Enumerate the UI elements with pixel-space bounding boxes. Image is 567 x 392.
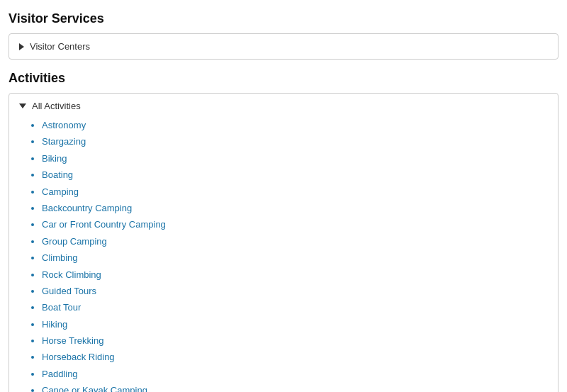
activities-list: AstronomyStargazingBikingBoatingCampingB… bbox=[19, 117, 548, 392]
activity-link[interactable]: Horseback Riding bbox=[42, 352, 115, 362]
activity-link[interactable]: Backcountry Camping bbox=[42, 203, 132, 213]
list-item[interactable]: Horse Trekking bbox=[42, 332, 548, 349]
visitor-centers-label: Visitor Centers bbox=[30, 41, 90, 52]
list-item[interactable]: Climbing bbox=[42, 250, 548, 266]
list-item[interactable]: Canoe or Kayak Camping bbox=[42, 382, 548, 392]
list-item[interactable]: Astronomy bbox=[42, 117, 548, 133]
list-item[interactable]: Guided Tours bbox=[42, 283, 548, 299]
list-item[interactable]: Paddling bbox=[42, 366, 548, 382]
activity-link[interactable]: Climbing bbox=[42, 252, 78, 263]
activity-link[interactable]: Biking bbox=[42, 153, 67, 164]
activities-panel: All Activities AstronomyStargazingBiking… bbox=[9, 93, 558, 392]
all-activities-header[interactable]: All Activities bbox=[19, 101, 548, 111]
list-item[interactable]: Group Camping bbox=[42, 233, 548, 250]
list-item[interactable]: Hiking bbox=[42, 316, 548, 332]
activity-link[interactable]: Boat Tour bbox=[42, 302, 81, 313]
list-item[interactable]: Biking bbox=[42, 150, 548, 167]
activity-link[interactable]: Paddling bbox=[42, 369, 78, 379]
list-item[interactable]: Backcountry Camping bbox=[42, 200, 548, 216]
visitor-services-title: Visitor Services bbox=[9, 11, 558, 26]
activity-link[interactable]: Canoe or Kayak Camping bbox=[42, 385, 147, 392]
list-item[interactable]: Horseback Riding bbox=[42, 349, 548, 365]
list-item[interactable]: Stargazing bbox=[42, 133, 548, 150]
list-item[interactable]: Camping bbox=[42, 184, 548, 200]
list-item[interactable]: Boat Tour bbox=[42, 299, 548, 315]
activity-link[interactable]: Horse Trekking bbox=[42, 335, 103, 346]
list-item[interactable]: Car or Front Country Camping bbox=[42, 216, 548, 233]
visitor-centers-row[interactable]: Visitor Centers bbox=[9, 34, 558, 59]
activity-link[interactable]: Boating bbox=[42, 169, 73, 180]
activity-link[interactable]: Car or Front Country Camping bbox=[42, 219, 166, 230]
all-activities-label: All Activities bbox=[32, 101, 81, 111]
activity-link[interactable]: Hiking bbox=[42, 319, 67, 330]
list-item[interactable]: Rock Climbing bbox=[42, 267, 548, 283]
list-item[interactable]: Boating bbox=[42, 167, 548, 183]
activity-link[interactable]: Guided Tours bbox=[42, 286, 96, 296]
expanded-triangle-icon bbox=[19, 103, 26, 108]
activity-link[interactable]: Rock Climbing bbox=[42, 269, 101, 280]
collapsed-triangle-icon bbox=[19, 43, 24, 50]
activity-link[interactable]: Stargazing bbox=[42, 136, 86, 147]
activity-link[interactable]: Astronomy bbox=[42, 120, 86, 130]
visitor-services-panel: Visitor Centers bbox=[9, 33, 558, 60]
activities-title: Activities bbox=[9, 71, 558, 86]
page-container: Visitor Services Visitor Centers Activit… bbox=[0, 0, 567, 392]
activity-link[interactable]: Group Camping bbox=[42, 236, 107, 247]
activity-link[interactable]: Camping bbox=[42, 186, 79, 197]
